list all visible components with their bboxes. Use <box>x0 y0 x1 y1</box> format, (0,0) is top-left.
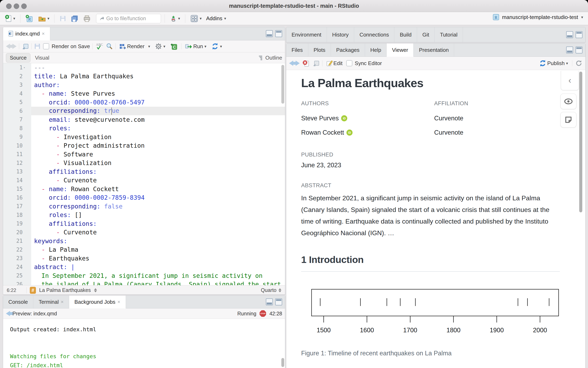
tab-git[interactable]: Git <box>417 27 435 42</box>
tab-environment[interactable]: Environment <box>286 27 327 42</box>
code-editor[interactable]: 1▾---2title: La Palma Earthquakes3author… <box>3 63 285 285</box>
tab-help[interactable]: Help <box>365 44 387 56</box>
code-line[interactable]: 20 - Curvenote <box>3 228 285 237</box>
symbol-menu[interactable]: La Palma Earthquakes <box>39 287 91 293</box>
popout-window-icon[interactable] <box>22 43 29 50</box>
workspace-panes-button[interactable]: ▾ <box>189 14 203 23</box>
tab-presentation[interactable]: Presentation <box>413 44 454 56</box>
spellcheck-icon[interactable]: ABC <box>95 42 103 51</box>
code-line[interactable]: 7 email: steve@curvenote.com <box>3 115 285 124</box>
render-on-save-checkbox[interactable] <box>43 43 49 49</box>
version-control-button[interactable]: G ▾ <box>168 13 181 24</box>
code-line[interactable]: 24abstract: | <box>3 263 285 272</box>
back-icon[interactable] <box>6 311 10 316</box>
insert-chunk-button[interactable]: C <box>169 42 179 51</box>
code-line[interactable]: 26 the island of La Palma (Canary Island… <box>3 280 285 285</box>
save-all-button[interactable] <box>70 14 80 23</box>
code-line[interactable]: 5 orcid: 0000-0002-0760-5497 <box>3 98 285 107</box>
code-line[interactable]: 9 - Investigation <box>3 133 285 141</box>
new-project-button[interactable]: R <box>24 14 35 23</box>
code-line[interactable]: 17 corresponding: false <box>3 202 285 211</box>
code-line[interactable]: 25 In September 2021, a significant jump… <box>3 271 285 280</box>
back-icon[interactable] <box>289 61 293 66</box>
code-line[interactable]: 12 - Visualization <box>3 159 285 167</box>
tab-console[interactable]: Console <box>3 295 33 308</box>
tab-viewer[interactable]: Viewer <box>387 44 413 57</box>
viewer-content[interactable]: La Palma Earthquakes AUTHORS AFFILIATION… <box>286 70 585 368</box>
tab-files[interactable]: Files <box>286 44 308 56</box>
tab-plots[interactable]: Plots <box>308 44 331 56</box>
render-settings-button[interactable]: ▾ <box>154 42 167 51</box>
render-button[interactable]: Render ▾ <box>118 42 151 50</box>
project-selector[interactable]: R manuscript-template-rstudio-test ▾ <box>492 13 583 21</box>
back-icon[interactable] <box>6 44 10 49</box>
code-line[interactable]: 10 - Project administration <box>3 141 285 150</box>
tab-history[interactable]: History <box>327 27 354 42</box>
code-line[interactable]: 15 - name: Rowan Cockett <box>3 185 285 193</box>
sync-editor-checkbox[interactable] <box>346 60 352 66</box>
open-file-button[interactable]: ▾ <box>37 14 51 23</box>
clear-viewer-icon[interactable] <box>302 59 310 67</box>
maximize-pane-icon[interactable] <box>275 30 282 37</box>
minimize-pane-icon[interactable] <box>266 298 273 305</box>
code-line[interactable]: 14 - Curvenote <box>3 176 285 185</box>
minimize-pane-icon[interactable] <box>566 31 573 38</box>
code-line[interactable]: 23 - Earthquakes <box>3 254 285 263</box>
format-spinner-icon[interactable] <box>278 288 281 292</box>
annotation-button[interactable] <box>560 112 576 128</box>
code-line[interactable]: 18 roles: [] <box>3 211 285 220</box>
tab-source-mode[interactable]: Source <box>6 53 30 62</box>
close-icon[interactable]: × <box>118 299 120 305</box>
code-line[interactable]: 8 roles: <box>3 124 285 133</box>
maximize-pane-icon[interactable] <box>576 46 582 54</box>
code-line[interactable]: 21keywords: <box>3 237 285 245</box>
edit-button[interactable]: Edit <box>325 59 344 67</box>
tab-tutorial[interactable]: Tutorial <box>435 27 463 42</box>
search-icon[interactable] <box>106 43 113 50</box>
tab-background-jobs[interactable]: Background Jobs× <box>69 295 126 308</box>
close-icon[interactable]: × <box>42 31 45 37</box>
orcid-id-icon[interactable]: iD <box>341 115 347 121</box>
maximize-pane-icon[interactable] <box>275 298 282 305</box>
fold-arrow-icon[interactable]: ▾ <box>23 66 25 69</box>
code-line[interactable]: 16 orcid: 0000-0002-7859-8394 <box>3 193 285 202</box>
doc-format-menu[interactable]: Quarto <box>261 287 276 293</box>
tab-connections[interactable]: Connections <box>354 27 395 42</box>
viewer-scrollbar[interactable] <box>579 72 582 212</box>
goto-file-input[interactable] <box>106 15 158 22</box>
rerun-button[interactable]: ▾ <box>210 42 223 51</box>
code-line[interactable]: 2title: La Palma Earthquakes <box>3 72 285 81</box>
tab-packages[interactable]: Packages <box>331 44 365 56</box>
publish-button[interactable]: Publish ▾ <box>538 59 569 68</box>
addins-button[interactable]: Addins ▾ <box>205 15 227 22</box>
tab-build[interactable]: Build <box>394 27 417 42</box>
editor-scrollbar[interactable] <box>281 65 284 104</box>
minimize-pane-icon[interactable] <box>266 30 273 37</box>
tab-visual-mode[interactable]: Visual <box>30 54 54 62</box>
job-output[interactable]: Output created: index.htmlWatching files… <box>3 319 285 368</box>
close-icon[interactable]: × <box>61 299 64 305</box>
forward-icon[interactable] <box>12 44 17 49</box>
maximize-pane-icon[interactable] <box>576 31 582 38</box>
popout-window-icon[interactable] <box>312 60 320 67</box>
minimize-pane-icon[interactable] <box>566 46 573 54</box>
forward-icon[interactable] <box>296 61 300 66</box>
code-line[interactable]: 6 corresponding: true <box>3 107 285 115</box>
code-line[interactable]: 4 - name: Steve Purves <box>3 89 285 98</box>
stop-job-icon[interactable]: STOP <box>259 310 266 317</box>
outline-button[interactable]: Outline <box>258 55 282 61</box>
new-file-button[interactable]: ▾ <box>4 14 17 23</box>
orcid-id-icon[interactable]: iD <box>346 129 353 136</box>
code-line[interactable]: 3author: <box>3 81 285 89</box>
code-line[interactable]: 11 - Software <box>3 150 285 159</box>
symbol-spinner-icon[interactable] <box>94 288 97 292</box>
save-icon[interactable] <box>34 43 41 50</box>
code-line[interactable]: 22 - La Palma <box>3 245 285 254</box>
code-line[interactable]: 19 affiliations: <box>3 219 285 228</box>
save-button[interactable] <box>58 14 67 23</box>
collapse-panel-button[interactable]: ‹ <box>561 71 579 90</box>
print-button[interactable] <box>82 14 92 23</box>
tab-index-qmd[interactable]: index.qmd × <box>3 27 50 40</box>
visibility-button[interactable] <box>560 94 576 109</box>
run-button[interactable]: Run ▾ <box>184 42 208 50</box>
